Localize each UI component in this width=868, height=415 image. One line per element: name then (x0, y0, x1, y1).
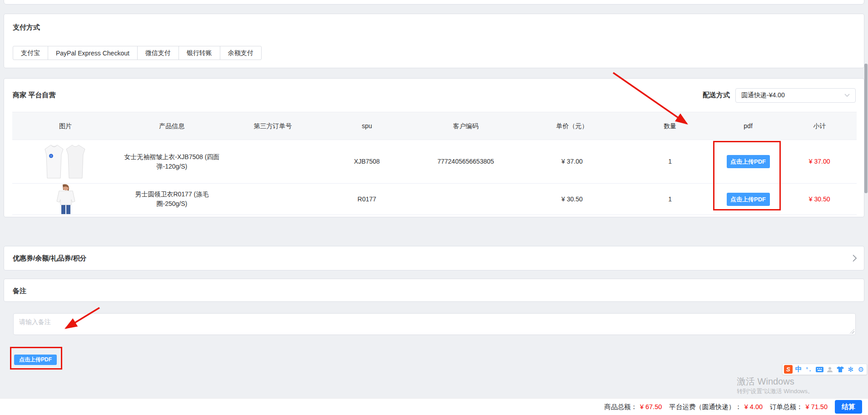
order-table: 图片 产品信息 第三方订单号 spu 客户编码 单价（元） 数量 pdf 小计 … (12, 112, 857, 215)
order-table-header: 图片 产品信息 第三方订单号 spu 客户编码 单价（元） 数量 pdf 小计 (12, 112, 857, 140)
merchant-title: 商家 平台自营 (13, 91, 55, 100)
unit-price: ¥ 30.50 (518, 195, 626, 204)
coupon-title: 优惠券/余额/礼品券/积分 (13, 254, 87, 263)
shipping-fee-value: ¥ 4.00 (744, 403, 763, 410)
payment-tab-balance[interactable]: 余额支付 (220, 46, 262, 60)
shipping-method: 配送方式 圆通快递-¥4.00 (703, 79, 856, 112)
settle-button[interactable]: 结算 (835, 400, 862, 414)
platform-shipping-fee: 平台运费（圆通快递）： ¥ 4.00 (669, 403, 763, 411)
payment-method-card: 支付方式 支付宝 PayPal Express Checkout 微信支付 银行… (4, 14, 864, 68)
shipping-fee-label: 平台运费（圆通快递）： (669, 403, 742, 411)
user-icon[interactable] (825, 365, 835, 374)
pdf-cell: 点击上传PDF (714, 193, 783, 206)
shipping-label: 配送方式 (703, 91, 730, 100)
col-header-customer-code: 客户编码 (413, 121, 518, 131)
goods-total: 商品总额： ¥ 67.50 (604, 403, 662, 411)
ime-toolbar: S 中 °， ✻ ⚙ (782, 364, 867, 375)
punctuation-mode-icon[interactable]: °， (804, 365, 814, 374)
product-spu: R0177 (321, 195, 413, 204)
col-header-quantity: 数量 (626, 121, 714, 131)
chinese-mode-icon[interactable]: 中 (794, 365, 804, 374)
remark-textarea[interactable] (13, 313, 856, 335)
unit-price: ¥ 37.00 (518, 157, 626, 166)
quantity: 1 (626, 157, 714, 166)
previous-section-card-edge (4, 0, 864, 5)
coupon-balance-section[interactable]: 优惠券/余额/礼品券/积分 (4, 246, 864, 270)
checkout-page: { "colors": { "page_bg": "#eef0f3", "pri… (0, 0, 868, 415)
upload-pdf-button-row2[interactable]: 点击上传PDF (727, 193, 770, 206)
women-top-front-back-image (41, 144, 89, 180)
product-name: 男士圆领卫衣R0177 (涤毛圈-250g/S) (119, 190, 225, 209)
order-total: 订单总额： ¥ 71.50 (770, 403, 828, 411)
col-header-third-party-order-no: 第三方订单号 (225, 121, 320, 131)
product-image-sleeveless-top (12, 144, 119, 180)
windows-activation-watermark-line1: 激活 Windows (737, 375, 794, 388)
toolbox-icon[interactable]: ✻ (846, 365, 855, 374)
pdf-cell: 点击上传PDF (714, 155, 783, 168)
shipping-select[interactable]: 圆通快递-¥4.00 (735, 88, 856, 103)
remark-input-wrap (13, 313, 856, 335)
upload-pdf-button-row1[interactable]: 点击上传PDF (727, 155, 770, 168)
windows-activation-watermark-line2: 转到“设置”以激活 Windows。 (737, 387, 813, 395)
keyboard-icon[interactable] (815, 365, 824, 374)
payment-title: 支付方式 (13, 23, 40, 32)
table-row: 男士圆领卫衣R0177 (涤毛圈-250g/S) R0177 ¥ 30.50 1… (12, 184, 857, 215)
chevron-down-icon (844, 94, 850, 97)
settings-gear-icon[interactable]: ⚙ (856, 365, 866, 374)
payment-tab-wechat[interactable]: 微信支付 (137, 46, 179, 60)
order-total-value: ¥ 71.50 (806, 403, 828, 410)
order-total-label: 订单总额： (770, 403, 803, 411)
product-spu: XJB7508 (321, 157, 413, 166)
payment-tabs: 支付宝 PayPal Express Checkout 微信支付 银行转账 余额… (13, 46, 262, 60)
goods-total-label: 商品总额： (604, 403, 637, 411)
product-image-sweatshirt-model (12, 184, 119, 214)
col-header-unit-price: 单价（元） (518, 121, 626, 131)
shipping-selected-value: 圆通快递-¥4.00 (741, 91, 785, 100)
payment-tab-bank-transfer[interactable]: 银行转账 (179, 46, 220, 60)
customer-code: 7772405656653805 (413, 157, 518, 166)
chevron-right-icon (853, 255, 857, 262)
col-header-image: 图片 (12, 121, 119, 131)
remark-title: 备注 (13, 287, 26, 295)
remark-card: 备注 (4, 279, 864, 302)
skin-icon[interactable] (835, 365, 845, 374)
payment-tab-alipay[interactable]: 支付宝 (13, 46, 48, 60)
col-header-pdf: pdf (714, 121, 783, 131)
sogou-input-logo-icon[interactable]: S (784, 365, 793, 374)
table-row: 女士无袖褶皱上衣-XJB7508 (四面弹-120g/S) XJB7508 77… (12, 140, 857, 184)
product-name: 女士无袖褶皱上衣-XJB7508 (四面弹-120g/S) (119, 152, 225, 171)
col-header-product-info: 产品信息 (119, 121, 225, 131)
goods-total-value: ¥ 67.50 (640, 403, 662, 410)
upload-pdf-button-bottom[interactable]: 点击上传PDF (14, 355, 57, 365)
col-header-spu: spu (321, 121, 413, 131)
row-subtotal: ¥ 37.00 (782, 157, 857, 166)
model-sweatshirt-image (54, 184, 77, 214)
row-subtotal: ¥ 30.50 (782, 195, 857, 204)
checkout-bar: 商品总额： ¥ 67.50 平台运费（圆通快递）： ¥ 4.00 订单总额： ¥… (0, 398, 868, 415)
payment-tab-paypal[interactable]: PayPal Express Checkout (48, 46, 138, 60)
col-header-subtotal: 小计 (782, 121, 857, 131)
vertical-scrollbar[interactable] (864, 64, 868, 193)
merchant-order-card: 商家 平台自营 配送方式 圆通快递-¥4.00 图片 产品信息 第三方订单号 s… (4, 78, 864, 217)
quantity: 1 (626, 195, 714, 204)
